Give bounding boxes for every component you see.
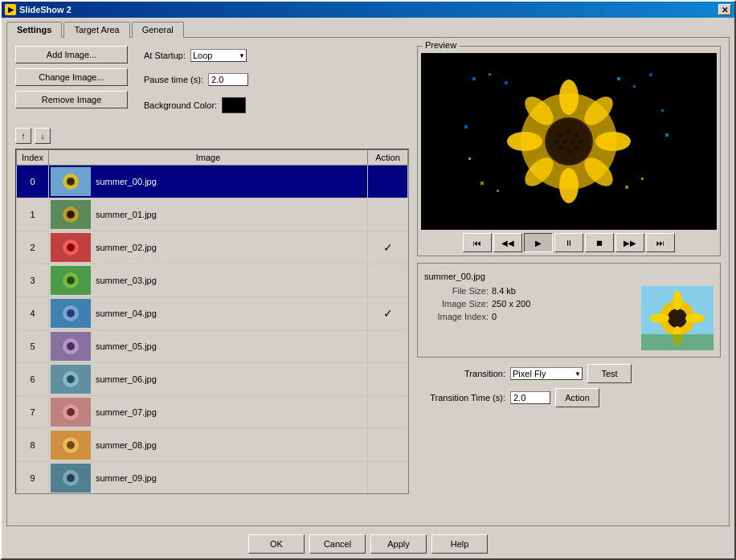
transition-time-label: Transition Time (s): [417,393,505,403]
left-panel: Add Image... Change Image... Remove Imag… [15,46,409,517]
row-action-9 [368,462,408,495]
svg-point-65 [574,145,579,150]
table-row[interactable]: 6 summer_06.jpg [17,363,408,396]
close-button[interactable]: ✕ [718,4,731,15]
row-index-1: 1 [17,198,49,231]
row-index-3: 3 [17,264,49,297]
transition-time-input[interactable] [510,391,550,404]
right-panel: Preview [417,46,721,517]
tab-target-area[interactable]: Target Area [63,22,129,38]
tab-general[interactable]: General [132,22,184,38]
svg-point-5 [67,211,75,219]
svg-point-26 [67,441,75,449]
transition-row: Transition: Pixel Fly Fade Slide Test [417,364,721,383]
remove-image-button[interactable]: Remove Image [15,91,128,108]
cancel-button[interactable]: Cancel [309,534,366,554]
at-startup-select[interactable]: Loop Play Stop [190,49,247,62]
svg-point-2 [67,178,75,186]
preview-box [421,53,717,230]
ctrl-play-button[interactable]: ▶ [524,233,553,252]
svg-rect-39 [480,182,484,185]
row-filename-1: summer_01.jpg [96,210,157,219]
left-buttons: Add Image... Change Image... Remove Imag… [15,46,128,120]
row-image-3: summer_03.jpg [49,264,368,297]
preview-controls: ⏮ ◀◀ ▶ ⏸ ⏹ ▶▶ ⏭ [421,233,717,252]
ctrl-prev-button[interactable]: ◀◀ [493,233,522,252]
row-image-4: summer_04.jpg [49,297,368,330]
row-action-3 [368,264,408,297]
svg-point-61 [570,139,575,144]
filesize-label: File Size: [424,286,489,296]
tabs-row: Settings Target Area General [2,18,734,37]
ctrl-pause-button[interactable]: ⏸ [554,233,583,252]
row-action-6 [368,363,408,396]
tab-settings[interactable]: Settings [6,22,62,38]
background-color-row: Background Color: [144,97,248,113]
ctrl-stop-button[interactable]: ⏹ [585,233,614,252]
row-index-8: 8 [17,429,49,462]
svg-rect-73 [641,334,714,350]
imagesize-label: Image Size: [424,299,489,309]
ctrl-next-button[interactable]: ▶▶ [615,233,644,252]
table-row[interactable]: 9 summer_09.jpg [17,462,408,495]
row-filename-3: summer_03.jpg [96,276,157,285]
table-row[interactable]: 3 summer_03.jpg [17,264,408,297]
background-color-label: Background Color: [144,100,217,110]
row-index-6: 6 [17,363,49,396]
row-filename-4: summer_04.jpg [96,309,157,318]
table-row[interactable]: 4 summer_04.jpg ✓ [17,297,408,330]
startup-row: At Startup: Loop Play Stop [144,49,248,62]
table-row[interactable]: 5 summer_05.jpg [17,330,408,363]
background-color-picker[interactable] [222,97,246,113]
svg-point-47 [559,80,579,115]
transition-select[interactable]: Pixel Fly Fade Slide [510,367,583,380]
preview-group: Preview [417,46,721,256]
apply-button[interactable]: Apply [370,534,427,554]
filesize-value: 8.4 kb [492,286,516,296]
row-image-6: summer_06.jpg [49,363,368,396]
move-down-button[interactable]: ↓ [35,128,51,144]
svg-point-71 [650,313,669,323]
row-filename-6: summer_06.jpg [96,374,157,384]
col-header-index: Index [17,150,49,166]
row-index-2: 2 [17,231,49,264]
help-button[interactable]: Help [431,534,488,554]
row-thumb-1 [51,200,91,229]
svg-point-69 [673,291,682,310]
ctrl-first-button[interactable]: ⏮ [463,233,492,252]
action-button[interactable]: Action [555,388,599,407]
svg-point-57 [566,129,571,134]
svg-point-29 [67,474,75,482]
table-row[interactable]: 2 summer_02.jpg ✓ [17,231,408,264]
pause-time-row: Pause time (s): [144,73,248,86]
row-filename-0: summer_00.jpg [96,177,157,186]
svg-rect-40 [497,190,499,192]
transition-label: Transition: [417,369,505,378]
table-row[interactable]: 0 summer_00.jpg [17,166,408,198]
row-thumb-4 [51,299,91,328]
ok-button[interactable]: OK [248,534,305,554]
change-image-button[interactable]: Change Image... [15,68,128,86]
row-action-1 [368,198,408,231]
row-index-9: 9 [17,462,49,495]
transition-area: Transition: Pixel Fly Fade Slide Test Tr… [417,364,721,407]
table-row[interactable]: 1 summer_01.jpg [17,198,408,231]
imageindex-value: 0 [492,312,497,321]
pause-time-input[interactable] [208,73,248,86]
svg-rect-35 [505,81,508,84]
test-button[interactable]: Test [587,364,632,383]
col-header-image: Image [49,150,368,166]
table-row[interactable]: 7 summer_07.jpg [17,396,408,429]
ctrl-last-button[interactable]: ⏭ [646,233,675,252]
svg-rect-46 [661,109,664,112]
row-action-8 [368,429,408,462]
move-up-button[interactable]: ↑ [15,128,31,144]
row-filename-2: summer_02.jpg [96,243,157,252]
row-index-5: 5 [17,330,49,363]
info-filename: summer_00.jpg [424,272,714,281]
svg-rect-45 [468,157,471,160]
info-fields: File Size: 8.4 kb Image Size: 250 x 200 … [424,286,633,350]
add-image-button[interactable]: Add Image... [15,46,128,63]
table-row[interactable]: 8 summer_08.jpg [17,429,408,462]
image-table: Index Image Action 0 summer_00.jp [16,149,408,494]
